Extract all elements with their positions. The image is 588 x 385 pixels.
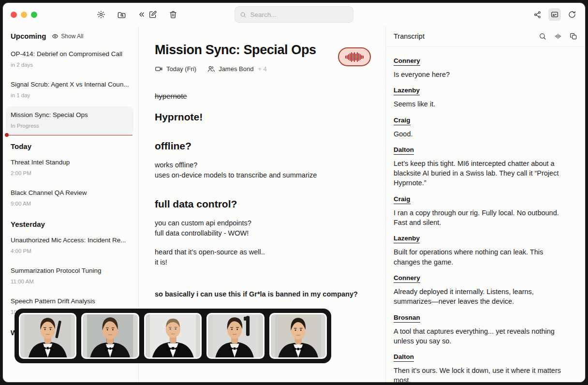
note-bold-question: so basically i can use this if Gr*la is … xyxy=(155,290,369,298)
portrait-photo-brosnan[interactable] xyxy=(206,313,264,359)
transcript-waveform-icon[interactable] xyxy=(554,32,562,40)
transcript-panel: Transcript Connery Is everyone here? Laz… xyxy=(385,26,585,382)
transcript-entry: Dalton Let’s keep this tight. MI6 interc… xyxy=(394,139,571,188)
transcript-text: A tool that captures everything... yet r… xyxy=(394,326,571,346)
in-progress-line xyxy=(7,135,132,136)
waveform-icon xyxy=(345,52,364,62)
strikethrough-text: hypernote xyxy=(155,92,369,100)
attendees-extra-count: + 4 xyxy=(258,65,266,73)
sidebar-item-black-channel[interactable]: Black Channel QA Review 9:00 AM xyxy=(6,184,133,212)
transcript-text: Already deployed it internally. Listens,… xyxy=(394,287,571,307)
in-progress-dot xyxy=(5,133,9,137)
widget-panel-button[interactable] xyxy=(548,8,561,21)
transcript-body[interactable]: Connery Is everyone here? Lazenby Seems … xyxy=(386,47,585,382)
transcript-entry: Dalton Then it’s ours. We lock it down, … xyxy=(394,346,571,382)
upcoming-section-label: Upcoming xyxy=(11,32,46,40)
transcript-header: Transcript xyxy=(386,26,585,47)
portrait-photo-lazenby[interactable] xyxy=(81,313,139,359)
search-input[interactable] xyxy=(250,11,348,18)
sidebar-item-op414[interactable]: OP-414: Debrief on Compromised Call in 2… xyxy=(6,45,133,74)
eye-icon xyxy=(52,33,59,40)
delete-note-button[interactable] xyxy=(167,8,179,21)
titlebar xyxy=(3,3,585,26)
edit-icon xyxy=(148,10,157,19)
panel-icon xyxy=(550,10,559,19)
transcript-speaker[interactable]: Brosnan xyxy=(394,314,420,323)
transcript-text: Seems like it. xyxy=(394,99,571,109)
note-heading-offline: offline? xyxy=(155,140,369,152)
sync-button[interactable] xyxy=(566,8,578,21)
sidebar-item-unauthorized-mic[interactable]: Unauthorized Mic Access: Incident Re... … xyxy=(6,232,133,260)
note-title[interactable]: Mission Sync: Special Ops xyxy=(155,43,369,58)
connery-portrait-image xyxy=(20,314,75,357)
settings-button[interactable] xyxy=(95,8,107,21)
note-meta: Today (Fri) James Bond + 4 xyxy=(155,65,369,73)
transcript-entry: Craig Good. xyxy=(394,109,571,139)
trash-icon xyxy=(169,10,177,19)
transcript-text: Built for operations where nothing can l… xyxy=(394,247,571,267)
folder-search-button[interactable] xyxy=(115,8,128,21)
refresh-icon xyxy=(568,10,576,19)
share-icon xyxy=(533,11,542,19)
zoom-window-button[interactable] xyxy=(31,12,37,18)
transcript-speaker[interactable]: Connery xyxy=(394,274,420,283)
close-window-button[interactable] xyxy=(11,12,17,18)
folder-search-icon xyxy=(117,10,126,19)
sidebar-item-mission-sync[interactable]: Mission Sync: Special Ops In Progress xyxy=(6,106,133,134)
global-search[interactable] xyxy=(235,6,353,23)
transcript-entry: Connery Is everyone here? xyxy=(394,50,571,79)
craig-portrait-image xyxy=(146,314,200,357)
transcript-text: Let’s keep this tight. MI6 intercepted c… xyxy=(394,159,571,188)
chevrons-left-icon xyxy=(137,10,146,19)
transcript-entry: Brosnan A tool that captures everything.… xyxy=(394,307,571,346)
transcript-title: Transcript xyxy=(394,32,425,40)
transcript-entry: Lazenby Seems like it. xyxy=(394,79,571,109)
transcript-entry: Craig I ran a copy through our rig. Full… xyxy=(394,188,571,228)
app-window: Upcoming Show All OP-414: Debrief on Com… xyxy=(3,3,585,382)
note-paragraph-control: you can custom api endpoints? full data … xyxy=(155,218,369,239)
portrait-photo-connery[interactable] xyxy=(19,313,76,359)
new-note-button[interactable] xyxy=(147,8,159,21)
today-section-label: Today xyxy=(3,134,138,151)
video-camera-icon xyxy=(155,65,163,73)
recording-button[interactable] xyxy=(338,47,371,66)
search-icon xyxy=(240,11,247,18)
transcript-text: Good. xyxy=(394,129,571,139)
note-heading-data-control: full data control? xyxy=(155,198,369,210)
transcript-speaker[interactable]: Craig xyxy=(394,117,411,125)
dalton-portrait-image xyxy=(271,314,325,357)
portrait-photo-dalton[interactable] xyxy=(269,313,327,359)
bond-photo-strip xyxy=(15,309,331,363)
transcript-speaker[interactable]: Craig xyxy=(394,195,411,204)
note-heading-hyprnote: Hyprnote! xyxy=(155,111,369,123)
portrait-photo-craig[interactable] xyxy=(144,313,202,359)
meeting-date[interactable]: Today (Fri) xyxy=(155,65,196,73)
transcript-entry: Connery Already deployed it internally. … xyxy=(394,267,571,307)
transcript-speaker[interactable]: Lazenby xyxy=(394,87,420,95)
note-body[interactable]: hypernote Hyprnote! offline? works offli… xyxy=(155,92,369,316)
transcript-copy-icon[interactable] xyxy=(570,32,577,40)
minimize-window-button[interactable] xyxy=(21,12,27,18)
yesterday-section-label: Yesterday xyxy=(3,212,138,229)
transcript-speaker[interactable]: Dalton xyxy=(394,353,414,362)
show-all-label: Show All xyxy=(61,33,83,40)
traffic-lights xyxy=(11,12,37,18)
gear-icon xyxy=(97,10,105,19)
note-paragraph-opensource: heard that it’s open-source as well.. it… xyxy=(155,247,369,268)
transcript-speaker[interactable]: Lazenby xyxy=(394,235,420,243)
show-all-button[interactable]: Show All xyxy=(52,33,83,40)
sidebar-item-signal-scrub[interactable]: Signal Scrub: Agent X vs Internal Coun..… xyxy=(6,76,133,104)
transcript-text: Then it’s ours. We lock it down, use it … xyxy=(394,366,571,382)
transcript-text: I ran a copy through our rig. Fully loca… xyxy=(394,208,571,228)
sidebar-item-summarization[interactable]: Summarization Protocol Tuning 11:00 AM xyxy=(6,262,133,290)
note-paragraph-offline: works offline? uses on-device models to … xyxy=(155,160,369,181)
lazenby-portrait-image xyxy=(83,314,137,357)
brosnan-portrait-image xyxy=(208,314,263,357)
transcript-speaker[interactable]: Dalton xyxy=(394,146,414,155)
transcript-speaker[interactable]: Connery xyxy=(394,57,420,66)
attendees[interactable]: James Bond + 4 xyxy=(207,65,267,73)
transcript-search-icon[interactable] xyxy=(539,32,546,40)
people-icon xyxy=(207,65,215,73)
sidebar-item-threat-intel[interactable]: Threat Intel Standup 2:00 PM xyxy=(6,154,133,182)
share-button[interactable] xyxy=(531,8,544,21)
